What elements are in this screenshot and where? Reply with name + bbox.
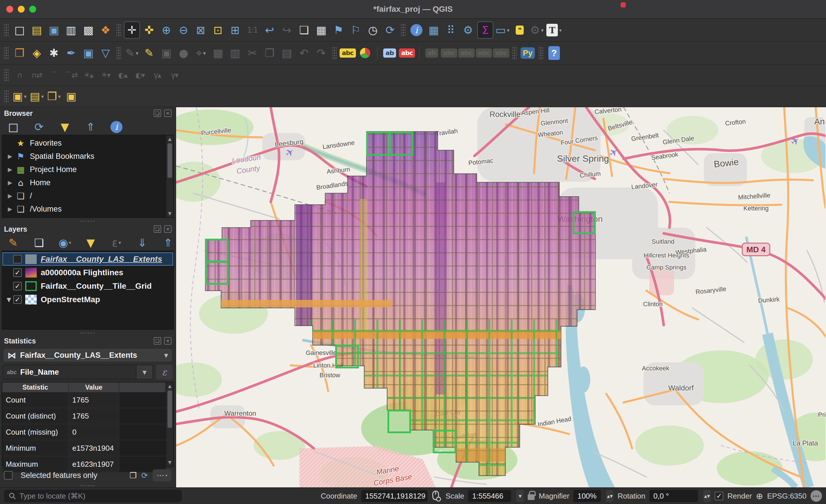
- magnifier-input[interactable]: 100%: [573, 490, 601, 502]
- browser-item-geopackage[interactable]: ◈GeoPackage: [2, 215, 166, 217]
- browser-item-home[interactable]: ▶⌂Home: [2, 176, 166, 189]
- new-project-button[interactable]: □: [11, 21, 27, 39]
- crs-indicator[interactable]: EPSG:6350: [767, 492, 807, 501]
- mouse-position-icon[interactable]: [432, 491, 441, 501]
- magnifier-stepper[interactable]: ▲▼: [606, 490, 613, 502]
- statistics-field-select[interactable]: abc File_Name ▼: [3, 365, 153, 380]
- refresh-statistics-icon[interactable]: ⟳: [141, 471, 148, 480]
- new-geopackage-layer-button[interactable]: ▣: [80, 45, 96, 62]
- layer-item-fairfax-county-las-extents[interactable]: Fairfax__County_LAS__Extents: [2, 252, 173, 266]
- browser-properties-button[interactable]: i: [108, 118, 124, 136]
- toolbar-grip[interactable]: [4, 69, 9, 81]
- python-console-button[interactable]: Py: [520, 45, 536, 62]
- layer-visibility-checkbox[interactable]: ✓: [13, 295, 22, 304]
- manage-map-themes-button[interactable]: ◉▾: [57, 234, 73, 251]
- new-print-layout-button[interactable]: ▥: [63, 21, 79, 39]
- statistics-float-button[interactable]: ❏: [154, 337, 161, 344]
- statistics-close-button[interactable]: ✕: [164, 337, 172, 344]
- pan-map-button[interactable]: ✛: [124, 21, 140, 39]
- select-features-button[interactable]: ▣▾: [11, 88, 27, 105]
- layer-visibility-checkbox[interactable]: [13, 255, 22, 263]
- zoom-last-button[interactable]: ↩: [261, 21, 278, 39]
- browser-refresh-button[interactable]: ⟳: [31, 118, 47, 136]
- select-by-value-button[interactable]: ▤▾: [29, 88, 45, 105]
- browser-item-project-home[interactable]: ▶▦Project Home: [2, 163, 166, 176]
- expression-builder-button[interactable]: ε: [156, 365, 173, 380]
- show-layout-manager-button[interactable]: ▩: [80, 21, 96, 39]
- open-attribute-table-button[interactable]: ▦: [426, 21, 442, 39]
- browser-item-favorites[interactable]: ★Favorites: [2, 136, 166, 150]
- toolbar-grip[interactable]: [116, 47, 121, 59]
- new-scratch-layer-button[interactable]: ✒: [63, 45, 79, 62]
- expander-icon[interactable]: ▶: [5, 166, 15, 173]
- deselect-features-button[interactable]: ❐▾: [46, 88, 62, 105]
- layer-diagram-options-button[interactable]: [357, 45, 373, 62]
- rotation-input[interactable]: 0,0 °: [649, 490, 698, 502]
- expander-icon[interactable]: ▶: [5, 153, 15, 160]
- save-project-button[interactable]: ▣: [46, 21, 62, 39]
- browser-float-button[interactable]: ❏: [154, 110, 161, 117]
- scale-input[interactable]: 1:555466: [468, 490, 511, 502]
- style-manager-button[interactable]: ❖: [98, 21, 114, 39]
- temporal-controller-button[interactable]: ◷: [365, 21, 381, 39]
- measure-button[interactable]: ▭▾: [494, 21, 511, 39]
- scale-dropdown[interactable]: ▼: [516, 490, 524, 502]
- messages-button[interactable]: ⋯: [811, 490, 822, 502]
- expander-icon[interactable]: ▶: [5, 192, 15, 199]
- zoom-out-button[interactable]: ⊖: [176, 21, 192, 39]
- toolbar-grip[interactable]: [116, 24, 121, 37]
- statistics-options-button[interactable]: ⋯▾: [153, 469, 172, 481]
- processing-toolbox-button[interactable]: ⚙: [460, 21, 476, 39]
- expander-icon[interactable]: ▶: [5, 205, 15, 212]
- chevron-down-icon[interactable]: ▼: [136, 365, 153, 379]
- filter-legend-button[interactable]: ▼: [82, 234, 99, 251]
- new-3d-map-view-button[interactable]: ▦: [313, 21, 329, 39]
- panel-splitter[interactable]: [0, 331, 176, 335]
- browser-add-layer-button[interactable]: □: [5, 118, 21, 136]
- lock-scale-icon[interactable]: [528, 494, 535, 500]
- layer-item-a0000000a-flightlines[interactable]: ✓a0000000a Flightlines: [2, 266, 173, 279]
- text-annotation-button[interactable]: T▾: [546, 21, 562, 39]
- browser-close-button[interactable]: ✕: [164, 110, 172, 117]
- locate-input[interactable]: Type to locate (⌘K): [4, 490, 182, 502]
- open-project-button[interactable]: ▤: [29, 21, 45, 39]
- new-map-view-button[interactable]: ❏: [296, 21, 312, 39]
- toolbar-grip[interactable]: [332, 47, 337, 59]
- browser-filter-button[interactable]: ▼: [57, 118, 73, 136]
- map-canvas[interactable]: RockvilleAspen HillCalvertonAnnapolisGle…: [176, 107, 826, 487]
- statistical-summary-button[interactable]: ⠿: [443, 21, 459, 39]
- toolbar-grip[interactable]: [4, 90, 9, 103]
- help-button[interactable]: ?: [546, 45, 562, 62]
- browser-scrollbar[interactable]: ▲▼: [166, 135, 173, 217]
- selected-features-only-checkbox[interactable]: [4, 471, 13, 480]
- toolbar-grip[interactable]: [539, 47, 543, 59]
- toolbar-grip[interactable]: [512, 47, 517, 59]
- layer-styling-button[interactable]: ✎: [5, 234, 21, 251]
- add-group-button[interactable]: ❏: [31, 234, 47, 251]
- expander-icon[interactable]: ▼: [5, 296, 13, 303]
- panel-splitter[interactable]: [0, 484, 176, 487]
- layer-item-fairfax-county-tile-grid[interactable]: ✓Fairfax__County__Tile__Grid: [2, 279, 173, 293]
- new-shapefile-layer-button[interactable]: ✱: [46, 45, 62, 62]
- browser-collapse-all-button[interactable]: ⇑: [82, 118, 99, 136]
- browser-item-spatial-bookmarks[interactable]: ▶⚑Spatial Bookmarks: [2, 150, 166, 163]
- add-vector-layer-button[interactable]: ◈: [29, 45, 45, 62]
- toolbar-grip[interactable]: [401, 24, 406, 37]
- layers-float-button[interactable]: ❏: [154, 225, 161, 233]
- render-checkbox[interactable]: ✓: [715, 492, 723, 500]
- panel-splitter[interactable]: [0, 219, 176, 223]
- expander-icon[interactable]: ▶: [5, 179, 15, 186]
- pin-labels-button[interactable]: ab: [382, 45, 398, 62]
- statistics-layer-select[interactable]: ⋈ Fairfax__County_LAS__Extents ▼: [3, 348, 173, 362]
- expand-all-button[interactable]: ⇓: [134, 234, 150, 251]
- toolbar-grip[interactable]: [4, 24, 9, 37]
- zoom-to-selection-button[interactable]: ⊡: [210, 21, 226, 39]
- browser-item--volumes[interactable]: ▶❏/Volumes: [2, 202, 166, 215]
- refresh-map-button[interactable]: ⟳: [382, 21, 398, 39]
- toggle-editing-button[interactable]: ✎: [141, 45, 157, 62]
- layer-item-openstreetmap[interactable]: ▼✓OpenStreetMap: [2, 293, 173, 306]
- layer-labeling-options-button[interactable]: abc: [340, 45, 356, 62]
- copy-statistics-icon[interactable]: ❐: [129, 471, 136, 480]
- zoom-to-layer-button[interactable]: ⊞: [227, 21, 243, 39]
- new-virtual-layer-button[interactable]: ▽: [98, 45, 114, 62]
